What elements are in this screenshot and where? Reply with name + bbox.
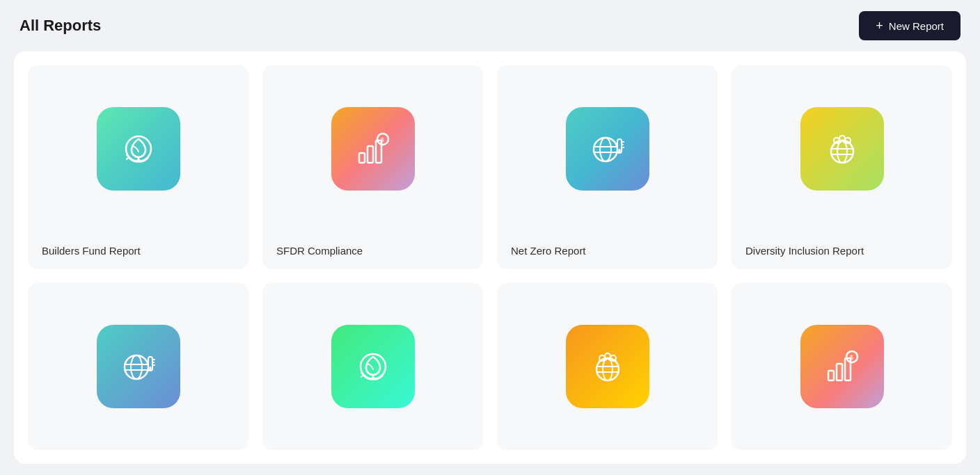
svg-point-6 [594, 138, 617, 161]
people-globe-icon [800, 107, 884, 191]
card-icon-area: $ [732, 283, 952, 450]
new-report-label: New Report [889, 20, 944, 32]
svg-rect-32 [149, 367, 151, 371]
main-container: Builders Fund Report $ SFDR Compliance N… [14, 51, 966, 464]
svg-rect-2 [368, 146, 373, 163]
report-card-builders-fund-2[interactable] [262, 283, 483, 450]
card-icon-area [497, 283, 718, 450]
leaf-recycle-icon [331, 325, 415, 408]
leaf-recycle-icon [97, 107, 180, 191]
report-card-builders-fund[interactable]: Builders Fund Report [28, 65, 248, 269]
svg-point-17 [837, 140, 847, 163]
svg-text:$: $ [850, 354, 853, 361]
svg-point-23 [125, 355, 148, 379]
report-card-sfdr-compliance-2[interactable]: $ [732, 283, 952, 450]
people-globe-icon [566, 325, 649, 408]
svg-point-35 [603, 358, 612, 380]
page-title: All Reports [19, 17, 101, 35]
report-card-net-zero-2[interactable] [28, 283, 248, 450]
svg-text:$: $ [381, 136, 384, 143]
svg-point-24 [131, 355, 142, 379]
card-label: Diversity Inclusion Report [732, 232, 952, 269]
card-icon-area [497, 65, 718, 232]
report-card-diversity-inclusion-2[interactable] [497, 283, 718, 450]
report-card-diversity-inclusion[interactable]: Diversity Inclusion Report [732, 65, 952, 269]
svg-rect-41 [828, 371, 834, 380]
card-label: SFDR Compliance [262, 232, 483, 269]
new-report-button[interactable]: + New Report [859, 11, 961, 40]
chart-money-icon: $ [331, 107, 415, 191]
plus-icon: + [876, 19, 883, 32]
card-icon-area [28, 283, 248, 450]
svg-rect-15 [618, 149, 620, 153]
svg-point-7 [600, 138, 611, 161]
chart-money-icon: $ [800, 325, 884, 408]
page-header: All Reports + New Report [0, 0, 980, 51]
card-icon-area: $ [262, 65, 483, 232]
report-card-sfdr-compliance[interactable]: $ SFDR Compliance [262, 65, 483, 269]
globe-temp-icon [566, 107, 649, 191]
globe-temp-icon [97, 325, 180, 408]
card-icon-area [732, 65, 952, 232]
card-label: Builders Fund Report [28, 232, 248, 269]
svg-rect-42 [837, 364, 842, 380]
card-icon-area [28, 65, 248, 232]
svg-rect-1 [359, 153, 365, 163]
card-icon-area [262, 283, 483, 450]
reports-grid: Builders Fund Report $ SFDR Compliance N… [28, 65, 952, 450]
report-card-net-zero[interactable]: Net Zero Report [497, 65, 718, 269]
card-label: Net Zero Report [497, 232, 718, 269]
